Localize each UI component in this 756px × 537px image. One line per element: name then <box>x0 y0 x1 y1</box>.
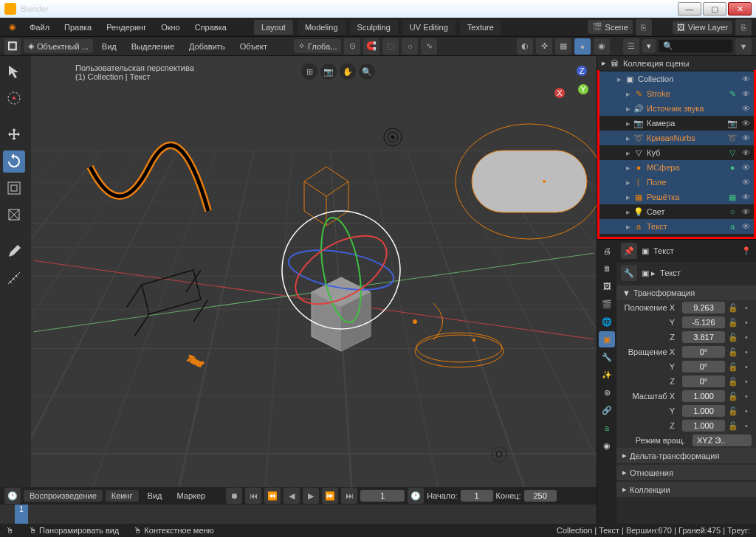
viewport-3d[interactable]: Пользовательская перспектива (1) Collect… <box>31 56 597 537</box>
xray-icon[interactable]: ▦ <box>555 38 571 55</box>
timeline-view[interactable]: Вид <box>142 489 168 502</box>
menu-file[interactable]: Файл <box>24 21 55 34</box>
ptab-world[interactable]: 🌐 <box>599 313 615 330</box>
preview-range-icon[interactable]: 🕐 <box>408 488 424 504</box>
ptab-render[interactable]: 🖨 <box>599 243 615 259</box>
wrench-icon[interactable]: 🔧 <box>621 265 637 281</box>
tool-measure[interactable] <box>3 267 25 289</box>
ptab-output[interactable]: 🗎 <box>599 260 615 277</box>
ptab-particles[interactable]: ✨ <box>599 367 615 383</box>
outliner-item-7[interactable]: ▸⦚Поле👁 <box>599 175 754 190</box>
tool-annotate[interactable] <box>3 240 25 263</box>
add-menu[interactable]: Добавить <box>183 40 231 53</box>
pos-y[interactable]: -5.126 <box>682 316 725 328</box>
pin-icon[interactable]: 📌 <box>621 243 637 259</box>
tool-rotate[interactable] <box>3 150 25 173</box>
keyframe-prev-icon[interactable]: ⏪ <box>264 488 281 504</box>
collections-header[interactable]: ▸ Коллекции <box>616 482 756 497</box>
play-rev-icon[interactable]: ◀ <box>284 488 300 504</box>
pivot-icon[interactable]: ⊙ <box>344 38 360 55</box>
rot-y[interactable]: 0° <box>682 361 725 373</box>
object-menu[interactable]: Объект <box>234 40 273 53</box>
outliner-filter[interactable]: ▾ <box>642 39 656 53</box>
gizmo-icon[interactable]: ✜ <box>536 38 552 55</box>
ptab-viewlayer[interactable]: 🖼 <box>599 278 615 294</box>
shading-material-icon[interactable]: ◉ <box>594 38 610 55</box>
ptab-material[interactable]: ◉ <box>599 437 615 454</box>
relations-header[interactable]: ▸ Отношения <box>616 465 756 480</box>
select-menu[interactable]: Выделение <box>126 40 180 53</box>
snap-icon[interactable]: 🧲 <box>363 38 379 55</box>
orientation-selector[interactable]: ✧ Глоба... <box>294 39 341 53</box>
tool-transform[interactable] <box>3 204 25 226</box>
autokey-icon[interactable]: ⏺ <box>226 488 242 504</box>
falloff-icon[interactable]: ∿ <box>421 38 437 55</box>
shading-solid-icon[interactable]: ● <box>574 38 591 55</box>
outliner-item-1[interactable]: ▸✎Stroke✎👁 <box>599 86 754 101</box>
delta-header[interactable]: ▸ Дельта-трансформация <box>616 448 756 463</box>
ptab-data[interactable]: a <box>599 420 615 436</box>
close-button[interactable]: ✕ <box>728 2 752 15</box>
rot-z[interactable]: 0° <box>682 375 725 387</box>
menu-window[interactable]: Окно <box>155 21 186 34</box>
viewlayer-selector[interactable]: 🖼 View Layer <box>673 21 732 34</box>
new-scene-icon[interactable]: ⎘ <box>636 19 652 35</box>
snap-target-icon[interactable]: ⬚ <box>382 38 399 55</box>
tab-uvediting[interactable]: UV Editing <box>402 20 456 35</box>
tab-texture[interactable]: Texture <box>460 20 501 35</box>
scene-selector[interactable]: 🎬 Scene <box>588 20 633 34</box>
outliner-item-3[interactable]: ▸📷Камера📷👁 <box>599 116 754 131</box>
start-frame[interactable]: 1 <box>461 490 493 502</box>
transform-header[interactable]: ▼ Трансформация <box>616 285 756 300</box>
menu-edit[interactable]: Правка <box>58 21 97 34</box>
end-frame[interactable]: 250 <box>524 490 557 502</box>
timeline-marker[interactable]: Маркер <box>171 489 211 502</box>
tool-cursor[interactable] <box>3 87 25 109</box>
outliner-search[interactable]: 🔍 <box>659 40 732 52</box>
tool-select[interactable] <box>3 60 25 83</box>
outliner-display-icon[interactable]: ☰ <box>623 38 639 55</box>
playback-menu[interactable]: Воспроизведение <box>24 490 103 502</box>
rotmode-select[interactable]: XYZ Э.. <box>693 434 752 446</box>
ptab-modifiers[interactable]: 🔧 <box>599 349 615 365</box>
scale-x[interactable]: 1.000 <box>682 390 725 402</box>
keyframe-next-icon[interactable]: ⏩ <box>322 488 338 504</box>
blender-icon[interactable]: ◉ <box>4 19 21 35</box>
ptab-physics[interactable]: ⊚ <box>599 384 615 401</box>
maximize-button[interactable]: ▢ <box>703 2 726 15</box>
rot-x[interactable]: 0° <box>682 346 725 358</box>
current-frame[interactable]: 1 <box>360 490 405 502</box>
outliner-filter-icon[interactable]: ▼ <box>735 38 752 55</box>
timeline-editor-icon[interactable]: 🕐 <box>4 488 21 504</box>
scale-z[interactable]: 1.000 <box>682 420 725 432</box>
viewport-text-object[interactable]: Text <box>185 354 205 367</box>
ptab-object[interactable]: ▣ <box>599 331 615 347</box>
timeline-ruler[interactable]: 1 <box>0 505 597 524</box>
menu-render[interactable]: Рендеринг <box>100 21 152 34</box>
new-viewlayer-icon[interactable]: ⎘ <box>735 19 752 35</box>
outliner-item-9[interactable]: ▸💡Свет○👁 <box>599 204 754 219</box>
pos-x[interactable]: 9.263 <box>682 302 725 313</box>
editor-type-icon[interactable]: 🔳 <box>4 38 21 55</box>
lock-icon[interactable]: 🔓 <box>728 303 738 313</box>
jump-start-icon[interactable]: ⏮ <box>245 488 261 504</box>
pos-z[interactable]: 3.817 <box>682 331 725 343</box>
mode-selector[interactable]: ◈ Объектный ... <box>24 39 93 53</box>
outliner-item-6[interactable]: ▸●МСфера●👁 <box>599 160 754 175</box>
proportional-icon[interactable]: ○ <box>402 38 418 55</box>
outliner-item-8[interactable]: ▸▦Решётка▦👁 <box>599 190 754 204</box>
tool-move[interactable] <box>3 124 25 146</box>
keying-menu[interactable]: Кеинг <box>106 490 139 502</box>
tool-scale[interactable] <box>3 177 25 199</box>
outliner-item-10[interactable]: ▸aТекстa👁 <box>599 219 754 234</box>
minimize-button[interactable]: — <box>678 2 701 15</box>
scale-y[interactable]: 1.000 <box>682 405 725 417</box>
outliner-item-0[interactable]: ▸▣Collection👁 <box>599 72 754 86</box>
tab-layout[interactable]: Layout <box>254 20 293 35</box>
outliner-item-4[interactable]: ▸➰КриваяNurbs➰👁 <box>599 131 754 145</box>
ptab-scene[interactable]: 🎬 <box>599 296 615 312</box>
play-icon[interactable]: ▶ <box>303 488 319 504</box>
outliner-item-2[interactable]: ▸🔊Источник звука👁 <box>599 101 754 116</box>
tab-sculpting[interactable]: Sculpting <box>350 20 398 35</box>
menu-help[interactable]: Справка <box>189 21 233 34</box>
